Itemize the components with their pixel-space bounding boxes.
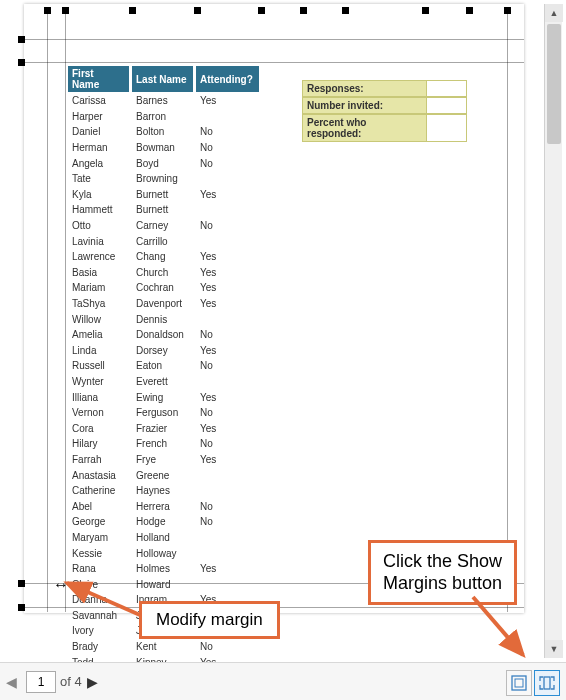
table-cell: Illiana	[68, 390, 130, 404]
table-cell: Yes	[196, 344, 260, 358]
table-cell: Yes	[196, 281, 260, 295]
table-cell: Yes	[196, 421, 260, 435]
table-row: HarperBarron	[68, 110, 260, 124]
table-cell	[196, 172, 260, 186]
table-cell: Burnett	[132, 203, 194, 217]
table-cell: Bolton	[132, 125, 194, 139]
column-handle-3[interactable]	[258, 7, 265, 14]
table-row: OttoCarneyNo	[68, 219, 260, 233]
margin-handle-top-2[interactable]	[62, 7, 69, 14]
prev-page-button[interactable]: ◀	[1, 672, 21, 692]
table-row: MaryamHolland	[68, 531, 260, 545]
table-row: AmeliaDonaldsonNo	[68, 328, 260, 342]
table-cell	[196, 577, 260, 591]
margin-handle-top-1[interactable]	[44, 7, 51, 14]
table-cell: Maryam	[68, 531, 130, 545]
table-cell	[196, 546, 260, 560]
table-cell: Donaldson	[132, 328, 194, 342]
table-cell: TaShya	[68, 297, 130, 311]
table-cell: Bowman	[132, 141, 194, 155]
table-row: FarrahFryeYes	[68, 453, 260, 467]
table-cell: No	[196, 125, 260, 139]
table-cell: Carney	[132, 219, 194, 233]
table-cell: No	[196, 219, 260, 233]
table-row: WillowDennis	[68, 312, 260, 326]
percent-value	[427, 114, 467, 142]
table-row: BasiaChurchYes	[68, 266, 260, 280]
table-row: VernonFergusonNo	[68, 406, 260, 420]
table-cell: No	[196, 328, 260, 342]
table-row: GeorgeHodgeNo	[68, 515, 260, 529]
callout-modify-margin: Modify margin	[139, 601, 280, 639]
table-cell: Yes	[196, 266, 260, 280]
col-first-name: First Name	[68, 66, 130, 92]
table-cell	[196, 484, 260, 498]
table-cell: Russell	[68, 359, 130, 373]
column-handle-4[interactable]	[300, 7, 307, 14]
column-handle-6[interactable]	[422, 7, 429, 14]
next-page-button[interactable]: ▶	[83, 672, 103, 692]
table-row: HermanBowmanNo	[68, 141, 260, 155]
table-cell: Harper	[68, 110, 130, 124]
margin-handle-top-4[interactable]	[504, 7, 511, 14]
scroll-thumb[interactable]	[547, 24, 561, 144]
scroll-up-button[interactable]: ▲	[545, 4, 563, 22]
table-row: AnastasiaGreene	[68, 468, 260, 482]
margin-line-top-outer	[24, 39, 524, 40]
table-header-row: First Name Last Name Attending?	[68, 66, 260, 92]
invited-label: Number invited:	[302, 97, 427, 114]
svg-rect-1	[515, 679, 523, 687]
table-cell: Brady	[68, 640, 130, 654]
responses-value	[427, 80, 467, 97]
column-handle-2[interactable]	[194, 7, 201, 14]
column-handle-1[interactable]	[129, 7, 136, 14]
svg-rect-2	[544, 677, 550, 689]
table-cell: Holland	[132, 531, 194, 545]
scroll-down-button[interactable]: ▼	[545, 640, 563, 658]
table-cell: Browning	[132, 172, 194, 186]
table-row: RussellEatonNo	[68, 359, 260, 373]
table-cell: Anastasia	[68, 468, 130, 482]
table-cell: Frazier	[132, 421, 194, 435]
table-row: DanielBoltonNo	[68, 125, 260, 139]
table-cell	[196, 531, 260, 545]
table-cell: Yes	[196, 562, 260, 576]
table-row: IllianaEwingYes	[68, 390, 260, 404]
table-cell: Cochran	[132, 281, 194, 295]
table-cell: Wynter	[68, 375, 130, 389]
table-row: HammettBurnett	[68, 203, 260, 217]
responses-label: Responses:	[302, 80, 427, 97]
page-number-input[interactable]: 1	[26, 671, 56, 693]
table-cell: Yes	[196, 188, 260, 202]
margin-handle-top-3[interactable]	[466, 7, 473, 14]
svg-rect-0	[512, 676, 526, 690]
table-cell: Frye	[132, 453, 194, 467]
table-cell: Burnett	[132, 188, 194, 202]
table-cell: Otto	[68, 219, 130, 233]
table-row: AbelHerreraNo	[68, 499, 260, 513]
table-row: LindaDorseyYes	[68, 344, 260, 358]
table-cell: Mariam	[68, 281, 130, 295]
table-cell: Lawrence	[68, 250, 130, 264]
table-cell: Herman	[68, 141, 130, 155]
column-handle-5[interactable]	[342, 7, 349, 14]
table-cell: Yes	[196, 94, 260, 108]
table-cell: Abel	[68, 499, 130, 513]
table-cell: No	[196, 640, 260, 654]
table-cell	[196, 375, 260, 389]
table-cell: Holmes	[132, 562, 194, 576]
table-row: MariamCochranYes	[68, 281, 260, 295]
table-cell: Howard	[132, 577, 194, 591]
table-cell: Boyd	[132, 156, 194, 170]
zoom-to-page-button[interactable]	[534, 670, 560, 696]
table-cell: Yes	[196, 297, 260, 311]
invited-value	[427, 97, 467, 114]
table-cell: French	[132, 437, 194, 451]
table-cell: Lavinia	[68, 234, 130, 248]
table-cell: Kessie	[68, 546, 130, 560]
table-cell: Ewing	[132, 390, 194, 404]
show-margins-button[interactable]	[506, 670, 532, 696]
vertical-scrollbar[interactable]: ▲ ▼	[544, 4, 562, 658]
col-last-name: Last Name	[132, 66, 194, 92]
table-cell: Ivory	[68, 624, 130, 638]
